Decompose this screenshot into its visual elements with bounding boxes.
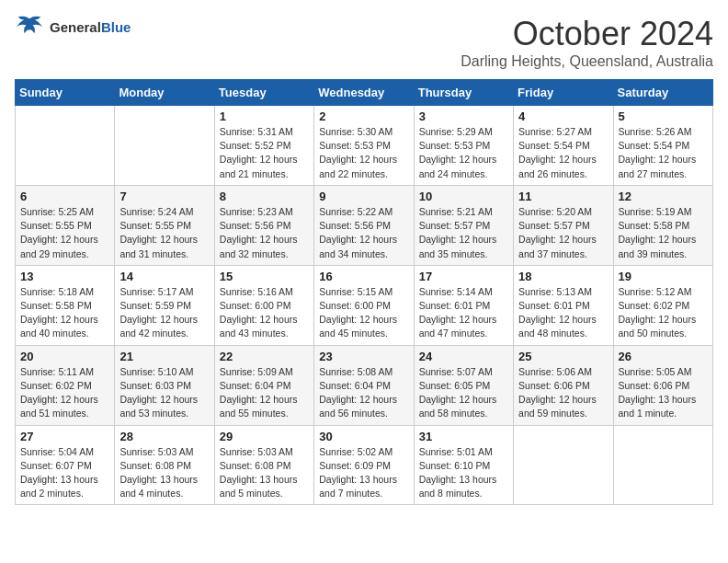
day-number: 25 — [518, 350, 608, 363]
calendar-cell: 19Sunrise: 5:12 AM Sunset: 6:02 PM Dayli… — [613, 265, 712, 345]
logo-general: General — [50, 19, 101, 35]
calendar-cell: 13Sunrise: 5:18 AM Sunset: 5:58 PM Dayli… — [16, 265, 115, 345]
day-info: Sunrise: 5:05 AM Sunset: 6:06 PM Dayligh… — [619, 365, 708, 421]
day-number: 4 — [518, 109, 608, 123]
day-info: Sunrise: 5:01 AM Sunset: 6:10 PM Dayligh… — [419, 445, 508, 501]
weekday-header-wednesday: Wednesday — [314, 80, 414, 106]
calendar-cell: 3Sunrise: 5:29 AM Sunset: 5:53 PM Daylig… — [414, 106, 513, 186]
day-number: 27 — [20, 430, 109, 443]
calendar-cell — [16, 106, 115, 186]
day-number: 12 — [619, 190, 708, 203]
day-info: Sunrise: 5:20 AM Sunset: 5:57 PM Dayligh… — [518, 205, 608, 261]
day-info: Sunrise: 5:24 AM Sunset: 5:55 PM Dayligh… — [119, 205, 209, 261]
day-number: 10 — [419, 190, 508, 203]
day-number: 26 — [619, 350, 708, 363]
day-number: 30 — [319, 430, 408, 443]
weekday-header-tuesday: Tuesday — [214, 80, 313, 106]
day-info: Sunrise: 5:29 AM Sunset: 5:53 PM Dayligh… — [419, 125, 508, 181]
calendar-week-2: 6Sunrise: 5:25 AM Sunset: 5:55 PM Daylig… — [16, 185, 713, 265]
calendar-cell: 15Sunrise: 5:16 AM Sunset: 6:00 PM Dayli… — [214, 265, 313, 345]
calendar-cell: 21Sunrise: 5:10 AM Sunset: 6:03 PM Dayli… — [115, 345, 214, 425]
day-number: 8 — [220, 190, 309, 203]
day-info: Sunrise: 5:10 AM Sunset: 6:03 PM Dayligh… — [119, 365, 209, 421]
title-block: October 2024 Darling Heights, Queensland… — [461, 15, 713, 70]
day-number: 5 — [619, 109, 708, 123]
calendar-cell: 24Sunrise: 5:07 AM Sunset: 6:05 PM Dayli… — [414, 345, 513, 425]
day-number: 7 — [119, 190, 209, 203]
month-title: October 2024 — [461, 15, 713, 53]
calendar-cell: 10Sunrise: 5:21 AM Sunset: 5:57 PM Dayli… — [414, 185, 513, 265]
weekday-header-monday: Monday — [115, 80, 214, 106]
day-info: Sunrise: 5:16 AM Sunset: 6:00 PM Dayligh… — [220, 285, 309, 341]
day-number: 29 — [220, 430, 309, 443]
calendar-cell: 25Sunrise: 5:06 AM Sunset: 6:06 PM Dayli… — [514, 345, 613, 425]
day-info: Sunrise: 5:08 AM Sunset: 6:04 PM Dayligh… — [319, 365, 408, 421]
logo-text: GeneralBlue — [50, 19, 131, 36]
calendar-cell: 29Sunrise: 5:03 AM Sunset: 6:08 PM Dayli… — [214, 425, 313, 505]
calendar-cell — [613, 425, 712, 505]
calendar-week-5: 27Sunrise: 5:04 AM Sunset: 6:07 PM Dayli… — [16, 425, 713, 505]
calendar-header-row: SundayMondayTuesdayWednesdayThursdayFrid… — [16, 80, 713, 106]
day-number: 9 — [319, 190, 408, 203]
day-info: Sunrise: 5:18 AM Sunset: 5:58 PM Dayligh… — [20, 285, 109, 341]
calendar-cell — [115, 106, 214, 186]
day-info: Sunrise: 5:25 AM Sunset: 5:55 PM Dayligh… — [20, 205, 109, 261]
day-info: Sunrise: 5:09 AM Sunset: 6:04 PM Dayligh… — [220, 365, 309, 421]
day-info: Sunrise: 5:03 AM Sunset: 6:08 PM Dayligh… — [119, 445, 209, 501]
day-number: 24 — [419, 350, 508, 363]
calendar-cell: 14Sunrise: 5:17 AM Sunset: 5:59 PM Dayli… — [115, 265, 214, 345]
calendar-cell: 4Sunrise: 5:27 AM Sunset: 5:54 PM Daylig… — [514, 106, 613, 186]
day-info: Sunrise: 5:27 AM Sunset: 5:54 PM Dayligh… — [518, 125, 608, 181]
day-number: 6 — [20, 190, 109, 203]
day-info: Sunrise: 5:06 AM Sunset: 6:06 PM Dayligh… — [518, 365, 608, 421]
calendar-cell: 6Sunrise: 5:25 AM Sunset: 5:55 PM Daylig… — [16, 185, 115, 265]
day-info: Sunrise: 5:19 AM Sunset: 5:58 PM Dayligh… — [619, 205, 708, 261]
day-info: Sunrise: 5:17 AM Sunset: 5:59 PM Dayligh… — [119, 285, 209, 341]
calendar-cell: 17Sunrise: 5:14 AM Sunset: 6:01 PM Dayli… — [414, 265, 513, 345]
logo-icon — [15, 15, 44, 40]
day-info: Sunrise: 5:13 AM Sunset: 6:01 PM Dayligh… — [518, 285, 608, 341]
weekday-header-friday: Friday — [514, 80, 613, 106]
calendar-cell: 2Sunrise: 5:30 AM Sunset: 5:53 PM Daylig… — [314, 106, 414, 186]
calendar-cell: 9Sunrise: 5:22 AM Sunset: 5:56 PM Daylig… — [314, 185, 414, 265]
calendar-cell: 23Sunrise: 5:08 AM Sunset: 6:04 PM Dayli… — [314, 345, 414, 425]
calendar-week-3: 13Sunrise: 5:18 AM Sunset: 5:58 PM Dayli… — [16, 265, 713, 345]
calendar-week-4: 20Sunrise: 5:11 AM Sunset: 6:02 PM Dayli… — [16, 345, 713, 425]
day-info: Sunrise: 5:31 AM Sunset: 5:52 PM Dayligh… — [220, 125, 309, 181]
day-number: 23 — [319, 350, 408, 363]
day-number: 18 — [518, 270, 608, 283]
day-number: 17 — [419, 270, 508, 283]
calendar-cell: 7Sunrise: 5:24 AM Sunset: 5:55 PM Daylig… — [115, 185, 214, 265]
day-number: 28 — [119, 430, 209, 443]
day-number: 19 — [619, 270, 708, 283]
day-info: Sunrise: 5:15 AM Sunset: 6:00 PM Dayligh… — [319, 285, 408, 341]
calendar-cell: 31Sunrise: 5:01 AM Sunset: 6:10 PM Dayli… — [414, 425, 513, 505]
calendar-cell: 11Sunrise: 5:20 AM Sunset: 5:57 PM Dayli… — [514, 185, 613, 265]
day-info: Sunrise: 5:04 AM Sunset: 6:07 PM Dayligh… — [20, 445, 109, 501]
day-info: Sunrise: 5:03 AM Sunset: 6:08 PM Dayligh… — [220, 445, 309, 501]
day-number: 16 — [319, 270, 408, 283]
day-number: 14 — [119, 270, 209, 283]
day-info: Sunrise: 5:12 AM Sunset: 6:02 PM Dayligh… — [619, 285, 708, 341]
day-info: Sunrise: 5:02 AM Sunset: 6:09 PM Dayligh… — [319, 445, 408, 501]
day-info: Sunrise: 5:07 AM Sunset: 6:05 PM Dayligh… — [419, 365, 508, 421]
day-info: Sunrise: 5:22 AM Sunset: 5:56 PM Dayligh… — [319, 205, 408, 261]
day-number: 2 — [319, 109, 408, 123]
calendar-cell — [514, 425, 613, 505]
calendar-cell: 12Sunrise: 5:19 AM Sunset: 5:58 PM Dayli… — [613, 185, 712, 265]
day-number: 20 — [20, 350, 109, 363]
day-info: Sunrise: 5:26 AM Sunset: 5:54 PM Dayligh… — [619, 125, 708, 181]
day-number: 21 — [119, 350, 209, 363]
location-title: Darling Heights, Queensland, Australia — [461, 53, 713, 70]
day-number: 22 — [220, 350, 309, 363]
day-number: 31 — [419, 430, 508, 443]
calendar-cell: 28Sunrise: 5:03 AM Sunset: 6:08 PM Dayli… — [115, 425, 214, 505]
day-info: Sunrise: 5:11 AM Sunset: 6:02 PM Dayligh… — [20, 365, 109, 421]
calendar-cell: 1Sunrise: 5:31 AM Sunset: 5:52 PM Daylig… — [214, 106, 313, 186]
calendar-cell: 22Sunrise: 5:09 AM Sunset: 6:04 PM Dayli… — [214, 345, 313, 425]
day-number: 1 — [220, 109, 309, 123]
calendar-body: 1Sunrise: 5:31 AM Sunset: 5:52 PM Daylig… — [16, 106, 713, 505]
weekday-header-sunday: Sunday — [16, 80, 115, 106]
calendar-cell: 30Sunrise: 5:02 AM Sunset: 6:09 PM Dayli… — [314, 425, 414, 505]
day-number: 15 — [220, 270, 309, 283]
